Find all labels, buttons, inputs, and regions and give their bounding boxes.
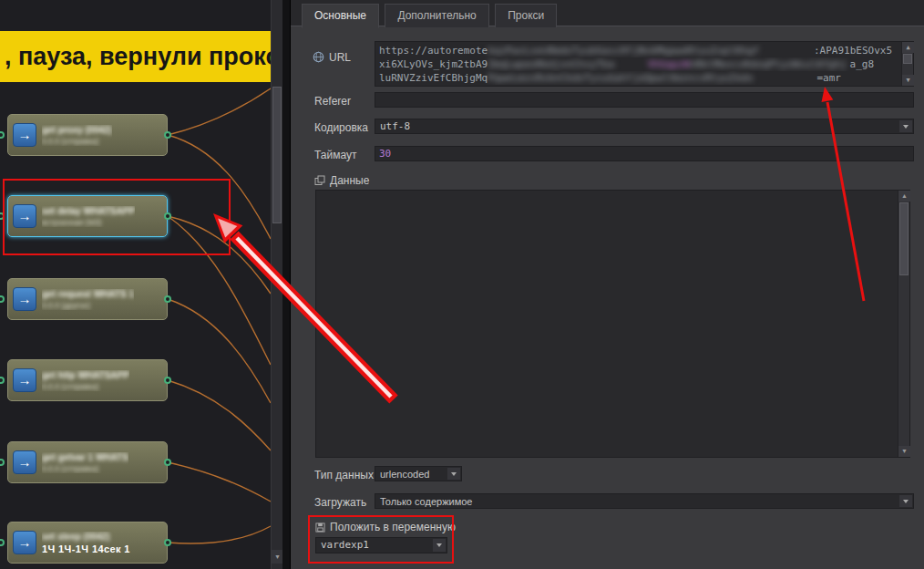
url-label: URL: [313, 51, 351, 66]
url-redacted-text: PqweLmzxRvbnCkdoTysuGahfjeQpwlXmzncvRtyu…: [488, 71, 816, 85]
encoding-value: utf-8: [380, 120, 410, 132]
canvas-scrollbar[interactable]: ▼: [271, 0, 282, 569]
node-output-port[interactable]: [164, 212, 171, 220]
scroll-up-button[interactable]: ▲: [898, 191, 910, 202]
workflow-node-6[interactable]: → set sleep (0042) 1Ч 1Ч-1Ч 14сек 1: [7, 522, 168, 564]
canvas-note-banner[interactable]: , пауза, вернули прокс: [0, 31, 271, 82]
variable-section-label: Положить в переменную: [315, 521, 456, 535]
variable-value: vardexp1: [321, 539, 369, 551]
referer-input[interactable]: [375, 92, 914, 108]
workflow-node-3[interactable]: → get request WHATS 1 0.0.0 (другое): [7, 278, 168, 320]
timeout-label: Таймаут: [314, 149, 356, 161]
encoding-dropdown[interactable]: utf-8: [375, 119, 914, 134]
save-icon: [315, 522, 325, 535]
workflow-node-1[interactable]: → get proxy (0042) 0.0.0 (отправка): [7, 114, 168, 156]
node-label: get request WHATS 1 0.0.0 (другое): [42, 289, 134, 310]
url-input[interactable]: https://autoremote kqzPwvLxenRmdoTyubGas…: [375, 41, 914, 87]
workflow-node-4[interactable]: → get http WHATSAPP 0.0.0 (отправка): [7, 359, 168, 401]
scrollbar-thumb[interactable]: [899, 202, 909, 275]
encoding-label: Кодировка: [314, 121, 368, 134]
url-field-scrollbar[interactable]: ▲ ▼: [901, 42, 913, 86]
node-label-line1: get http WHATSAPP: [42, 370, 129, 380]
node-label-line1: get proxy (0042): [42, 125, 112, 135]
workflow-canvas[interactable]: , пауза, вернули прокс → get proxy (0042…: [0, 0, 282, 569]
load-mode-value: Только содержимое: [380, 496, 472, 507]
scrollbar-thumb[interactable]: [272, 87, 282, 223]
data-label-text: Данные: [330, 174, 369, 187]
globe-icon: [313, 51, 324, 66]
chevron-down-icon: [899, 120, 912, 132]
url-visible-text: =amr: [817, 71, 842, 85]
scroll-down-button[interactable]: ▼: [272, 550, 282, 564]
url-visible-text: xi6XLyOVs_kjm2tbA9: [379, 57, 488, 71]
scrollbar-thumb[interactable]: [903, 54, 912, 64]
node-label-line2: встроенная (МЗ): [42, 218, 135, 227]
node-label-line2: 0.0.0 (отправка): [42, 464, 128, 473]
action-arrow-icon: →: [13, 123, 36, 147]
tab-additional[interactable]: Дополнительно: [385, 4, 488, 27]
node-label-line1: set sleep (0042): [42, 532, 130, 542]
workflow-node-5[interactable]: → get getvar 1 WHATS 0.0.0 (отправка): [7, 441, 168, 483]
action-arrow-icon: →: [13, 204, 36, 228]
load-mode-label: Загружать: [314, 496, 366, 509]
tab-bar: Основные Дополнительно Прокси: [291, 0, 924, 26]
node-output-port[interactable]: [164, 377, 171, 384]
url-visible-text: a_g8: [850, 57, 875, 71]
scroll-up-button[interactable]: ▲: [902, 42, 914, 53]
node-label: get proxy (0042) 0.0.0 (отправка): [42, 125, 112, 146]
action-arrow-icon: →: [13, 531, 36, 554]
action-arrow-icon: →: [13, 450, 36, 474]
workflow-node-2-selected[interactable]: → set delay WHATSAPP встроенная (МЗ): [7, 195, 168, 237]
chevron-down-icon: [433, 539, 446, 552]
url-visible-text: luRNVZzivEfCBhjgMq: [379, 71, 488, 85]
action-arrow-icon: →: [13, 368, 36, 392]
chevron-down-icon: [447, 468, 460, 480]
node-label-line1: get request WHATS 1: [42, 289, 134, 299]
tab-proxy[interactable]: Прокси: [495, 4, 557, 27]
node-label-line2: 1Ч 1Ч-1Ч 14сек 1: [42, 543, 130, 554]
scroll-down-button[interactable]: ▼: [898, 446, 910, 457]
node-output-port[interactable]: [164, 459, 171, 466]
variable-label-text: Положить в переменную: [330, 521, 456, 533]
url-redacted-text: ZmqLwpeoRkdjvnChsyTba: [488, 57, 647, 71]
url-line-3: luRNVZzivEfCBhjgMq PqweLmzxRvbnCkdoTysuG…: [379, 71, 898, 85]
properties-panel: Основные Дополнительно Прокси URL https:…: [290, 0, 924, 569]
url-redacted-text: kqzPwvLxenRmdoTyubGascHfjNvbMqpweRtyuIop…: [488, 44, 814, 57]
url-visible-text: :APA91bESOvx5: [814, 44, 892, 57]
data-type-dropdown[interactable]: urlencoded: [375, 466, 462, 481]
node-label-line1: set delay WHATSAPP: [42, 206, 135, 216]
node-label-line2: 0.0.0 (другое): [42, 301, 134, 310]
panel-divider: [282, 0, 290, 569]
url-visible-text: https://autoremote: [379, 44, 488, 57]
data-type-label: Тип данных: [314, 469, 374, 481]
data-textarea[interactable]: ▲ ▼: [315, 190, 910, 458]
copy-squares-icon: [314, 175, 325, 189]
data-scrollbar[interactable]: ▲ ▼: [898, 191, 909, 457]
load-mode-dropdown[interactable]: Только содержимое: [375, 493, 914, 509]
url-redacted-text: nRblMexcvKdoqPtyzWsulAfghj: [690, 57, 849, 71]
node-output-port[interactable]: [164, 131, 171, 139]
node-output-port[interactable]: [164, 295, 171, 303]
action-arrow-icon: →: [13, 287, 36, 311]
variable-combobox[interactable]: vardexp1: [315, 537, 447, 553]
tab-main[interactable]: Основные: [302, 4, 379, 28]
scroll-down-button[interactable]: ▼: [902, 75, 914, 86]
node-label: get http WHATSAPP 0.0.0 (отправка): [42, 370, 129, 391]
timeout-input[interactable]: 30: [375, 146, 914, 161]
url-line-2: xi6XLyOVs_kjm2tbA9 ZmqLwpeoRkdjvnChsyTba…: [379, 57, 898, 71]
url-label-text: URL: [329, 51, 351, 64]
node-label-line1: get getvar 1 WHATS: [42, 452, 128, 462]
node-label-line2: 0.0.0 (отправка): [42, 382, 129, 391]
node-output-port[interactable]: [164, 539, 171, 546]
data-type-value: urlencoded: [380, 469, 429, 480]
data-section-label: Данные: [314, 174, 369, 189]
app-window: , пауза, вернули прокс → get proxy (0042…: [0, 0, 924, 569]
url-redacted-variable: VhGqpzW: [648, 57, 690, 71]
chevron-down-icon: [899, 495, 912, 507]
node-label: set sleep (0042) 1Ч 1Ч-1Ч 14сек 1: [42, 532, 130, 554]
referer-label: Referer: [314, 95, 351, 108]
node-label: get getvar 1 WHATS 0.0.0 (отправка): [42, 452, 128, 473]
url-line-1: https://autoremote kqzPwvLxenRmdoTyubGas…: [379, 44, 898, 57]
node-label-line2: 0.0.0 (отправка): [42, 137, 112, 146]
node-label: set delay WHATSAPP встроенная (МЗ): [42, 206, 135, 227]
